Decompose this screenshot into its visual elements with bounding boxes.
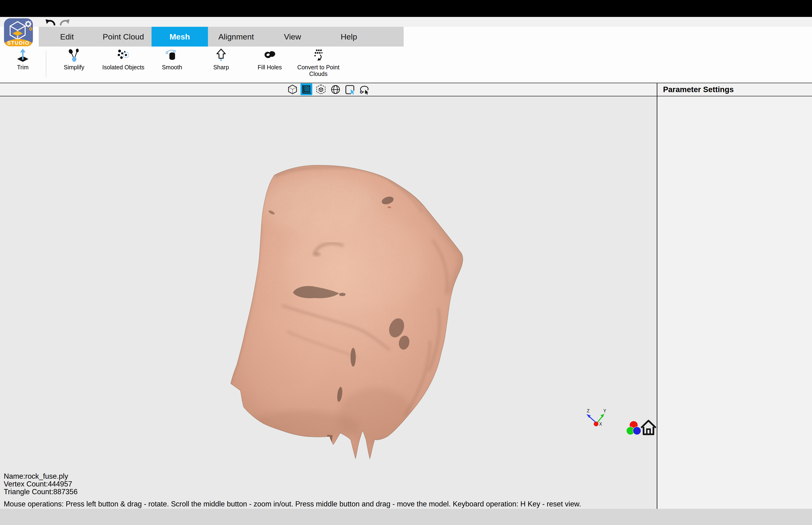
tab-point-cloud[interactable]: Point Cloud [95,27,152,46]
tab-alignment[interactable]: Alignment [208,27,264,46]
axis-z-label: Z [587,408,589,414]
model-info: Name:rock_fuse.ply Vertex Count:444957 T… [4,472,78,496]
tool-trim-label: Trim [0,64,47,71]
fill-holes-icon [263,48,277,62]
undo-button[interactable] [45,18,56,27]
model-vertex-count: Vertex Count:444957 [4,480,78,488]
app-logo: STUDIO [4,18,33,46]
axis-x-label: X [599,421,602,427]
rgb-circles-icon [626,432,642,436]
tool-isolated-objects-label: Isolated Objects [99,64,148,71]
rock-mesh-model [226,162,465,465]
tab-edit[interactable]: Edit [39,27,95,46]
bounding-box-view-icon[interactable] [316,84,326,95]
home-icon [640,432,657,436]
home-reset-view-button[interactable] [640,419,657,436]
isolated-objects-icon [117,48,130,62]
model-name: Name:rock_fuse.ply [4,472,78,480]
tool-smooth[interactable]: Smooth [147,48,197,71]
tool-sharp[interactable]: Sharp [196,48,246,71]
logo-studio-text: STUDIO [7,40,29,46]
toolbar-separator [46,51,46,77]
model-triangle-count: Triangle Count:887356 [4,488,78,496]
parameter-settings-title: Parameter Settings [663,85,734,94]
rgb-color-toggle-button[interactable] [626,421,642,436]
tool-smooth-label: Smooth [147,64,197,71]
tool-sharp-label: Sharp [196,64,246,71]
status-bar-text: Mouse operations: Press left button & dr… [4,500,581,508]
sharp-icon [214,48,228,62]
tab-help[interactable]: Help [321,27,377,46]
viewport-canvas[interactable]: Name:rock_fuse.ply Vertex Count:444957 T… [0,96,657,509]
globe-view-icon[interactable] [330,84,341,95]
tab-mesh[interactable]: Mesh [152,27,208,46]
tool-trim[interactable]: Trim [0,48,47,71]
axis-y-label: Y [603,408,606,414]
tool-simplify-label: Simplify [49,64,99,71]
smooth-icon [165,48,179,62]
tool-convert-to-point-clouds-label: Convert to Point Clouds [294,64,343,77]
tool-convert-to-point-clouds[interactable]: Convert to Point Clouds [294,48,343,77]
tool-isolated-objects[interactable]: Isolated Objects [99,48,148,71]
rectangle-select-icon[interactable] [344,84,355,95]
menu-tabbar: Edit Point Cloud Mesh Alignment View Hel… [39,27,404,46]
trim-icon [16,48,30,62]
titlebar [0,0,812,17]
bottom-status-strip [0,509,812,525]
tab-view[interactable]: View [264,27,321,46]
tool-fill-holes-label: Fill Holes [245,64,294,71]
menubar-strip [0,17,812,27]
convert-to-point-clouds-icon [311,48,325,62]
cube-view-icon[interactable] [287,84,298,95]
tool-simplify[interactable]: Simplify [49,48,99,71]
parameter-settings-panel [657,96,812,509]
redo-button[interactable] [59,18,71,27]
simplify-icon [67,48,81,62]
shaded-view-icon[interactable] [301,84,312,95]
tool-fill-holes[interactable]: Fill Holes [245,48,294,71]
lasso-select-icon[interactable] [358,84,369,95]
axis-gizmo: Z Y X [583,408,613,430]
